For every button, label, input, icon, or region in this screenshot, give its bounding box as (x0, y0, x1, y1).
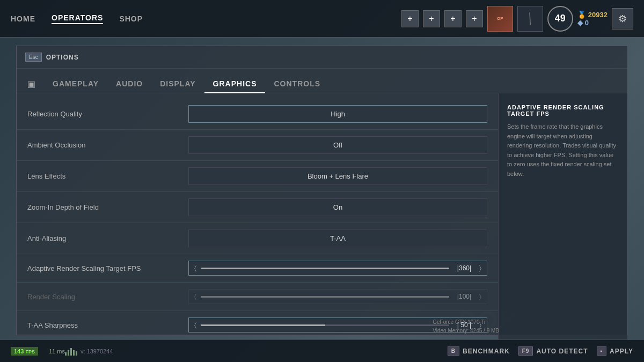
taa-track (201, 324, 449, 326)
topbar: HOME OPERATORS SHOP + + + + OP ╱ 49 🏅 20… (0, 0, 644, 38)
gpu-info: GeForce GTX 1070 Ti Video Memory: 4245 /… (433, 318, 499, 335)
bottombar-actions: B BENCHMARK F9 AUTO DETECT ▪ APPLY (448, 346, 633, 356)
slider-left-arrow[interactable]: 〈 (194, 264, 196, 272)
esc-button[interactable]: Esc (25, 53, 42, 62)
lens-effects-value[interactable]: Bloom + Lens Flare (188, 167, 487, 185)
perf-bars (65, 347, 77, 356)
render-scaling-fill (201, 296, 449, 298)
render-scaling-left-arrow: 〈 (194, 293, 196, 300)
currency-secondary: ◆ 0 (577, 19, 589, 27)
tab-gameplay[interactable]: GAMEPLAY (44, 75, 107, 93)
topbar-right: + + + + OP ╱ 49 🏅 20932 ◆ 0 ⚙ (401, 6, 633, 32)
currency-icon: 🏅 (577, 11, 586, 19)
auto-detect-button[interactable]: F9 AUTO DETECT (518, 346, 588, 356)
content-area: Reflection Quality High Ambient Occlusio… (17, 93, 627, 345)
tab-controls[interactable]: CONTROLS (265, 75, 329, 93)
auto-detect-label: AUTO DETECT (536, 348, 588, 355)
render-scaling-right-arrow: 〉 (479, 293, 481, 300)
currency-primary: 🏅 20932 (577, 11, 608, 19)
adaptive-render-fps-slider[interactable]: 〈 |360| 〉 (188, 261, 487, 276)
perf-bar-1 (65, 352, 67, 356)
taa-sharpness-label: T-AA Sharpness (27, 321, 188, 329)
render-scaling-value: |100| (453, 293, 475, 300)
perf-bar-4 (73, 350, 75, 356)
nav-shop[interactable]: SHOP (119, 14, 143, 23)
setting-row-taa-sharpness: T-AA Sharpness 〈 | 50 | 〉 (17, 311, 498, 339)
render-scaling-slider: 〈 |100| 〉 (188, 289, 487, 304)
slider-fill (201, 268, 449, 269)
options-panel: Esc OPTIONS ▣ GAMEPLAY AUDIO DISPLAY GRA… (16, 46, 628, 335)
nav-operators[interactable]: OPERATORS (52, 13, 103, 24)
slider-right-arrow[interactable]: 〉 (479, 264, 481, 272)
reflection-quality-label: Reflection Quality (27, 110, 188, 118)
ambient-occlusion-label: Ambient Occlusion (27, 141, 188, 149)
fps-display: 143 FPS (11, 347, 38, 356)
lens-effects-label: Lens Effects (27, 172, 188, 180)
adaptive-render-fps-label: Adaptive Render Scaling Target FPS (27, 264, 188, 272)
settings-icon: ▣ (27, 79, 35, 89)
operator-slot[interactable]: OP (487, 6, 513, 32)
nav-links: HOME OPERATORS SHOP (11, 13, 143, 24)
tabs-bar: ▣ GAMEPLAY AUDIO DISPLAY GRAPHICS CONTRO… (17, 69, 627, 93)
tab-graphics[interactable]: GRAPHICS (204, 75, 266, 93)
benchmark-key: B (448, 346, 459, 356)
tab-audio[interactable]: AUDIO (107, 75, 151, 93)
ambient-occlusion-value[interactable]: Off (188, 136, 487, 154)
settings-button[interactable]: ⚙ (612, 8, 633, 29)
setting-row-ambient-occlusion: Ambient Occlusion Off (17, 130, 498, 161)
anti-aliasing-value[interactable]: T-AA (188, 230, 487, 247)
perf-bar-5 (76, 351, 77, 356)
apply-label: APPLY (610, 348, 633, 355)
render-scaling-track (201, 296, 449, 298)
apply-key: ▪ (597, 346, 607, 356)
benchmark-label: BENCHMARK (463, 348, 510, 355)
setting-row-reflection-quality: Reflection Quality High (17, 99, 498, 130)
adaptive-render-fps-value: |360| (453, 264, 475, 272)
add-slot-4[interactable]: + (466, 10, 483, 27)
version-text: v: 13970244 (80, 348, 113, 354)
zoom-dof-value[interactable]: On (188, 198, 487, 216)
reflection-quality-value[interactable]: High (188, 105, 487, 123)
setting-row-adaptive-render-fps: Adaptive Render Scaling Target FPS 〈 |36… (17, 254, 498, 283)
info-title: ADAPTIVE RENDER SCALING TARGET FPS (507, 104, 619, 117)
currency-secondary-icon: ◆ (577, 19, 583, 27)
currency-display: 🏅 20932 ◆ 0 (577, 11, 608, 27)
setting-row-anti-aliasing: Anti-Aliasing T-AA (17, 223, 498, 254)
add-slot-1[interactable]: + (401, 10, 419, 27)
setting-row-render-scaling: Render Scaling 〈 |100| 〉 (17, 283, 498, 311)
apply-button[interactable]: ▪ APPLY (597, 346, 633, 356)
ms-display: 11 ms (49, 348, 65, 354)
level-badge: 49 (547, 6, 573, 32)
bottombar: 143 FPS 11 ms v: 13970244 B BENCHMARK F9… (0, 339, 644, 362)
options-header: Esc OPTIONS (17, 46, 627, 69)
options-title: OPTIONS (46, 54, 79, 61)
anti-aliasing-label: Anti-Aliasing (27, 234, 188, 242)
slider-track (201, 268, 449, 269)
settings-list: Reflection Quality High Ambient Occlusio… (17, 93, 499, 345)
auto-detect-key: F9 (518, 346, 533, 356)
weapon-slot[interactable]: ╱ (517, 6, 543, 32)
setting-row-zoom-dof: Zoom-In Depth of Field On (17, 192, 498, 223)
add-slot-2[interactable]: + (423, 10, 440, 27)
benchmark-button[interactable]: B BENCHMARK (448, 346, 510, 356)
gpu-memory: Video Memory: 4245 / 9 MB (433, 327, 499, 335)
taa-left-arrow[interactable]: 〈 (194, 321, 196, 329)
perf-bar-3 (70, 348, 72, 356)
render-scaling-label: Render Scaling (27, 293, 188, 301)
zoom-dof-label: Zoom-In Depth of Field (27, 203, 188, 211)
setting-row-lens-effects: Lens Effects Bloom + Lens Flare (17, 161, 498, 192)
info-panel: ADAPTIVE RENDER SCALING TARGET FPS Sets … (499, 93, 627, 345)
perf-bar-2 (68, 350, 69, 356)
gpu-name: GeForce GTX 1070 Ti (433, 318, 499, 327)
nav-home[interactable]: HOME (11, 14, 35, 23)
taa-fill (201, 324, 325, 326)
info-description: Sets the frame rate that the graphics en… (507, 122, 619, 179)
fps-counter: 143 FPS (11, 347, 38, 356)
add-slot-3[interactable]: + (444, 10, 462, 27)
tab-display[interactable]: DISPLAY (151, 75, 204, 93)
